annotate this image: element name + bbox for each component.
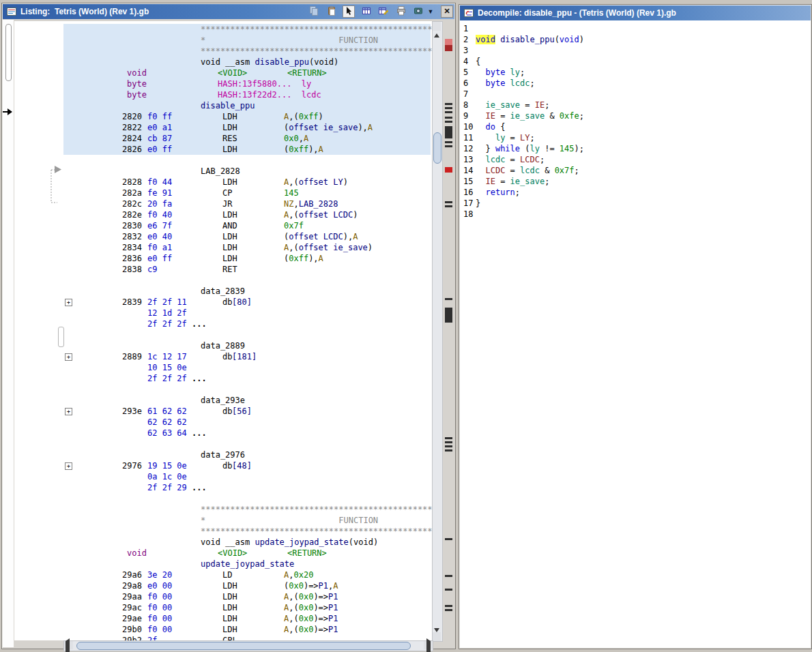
listing-row[interactable] [63, 155, 431, 166]
overview-marker[interactable] [445, 141, 452, 143]
listing-row[interactable]: 10 15 0e [63, 362, 431, 373]
overview-marker[interactable] [445, 437, 452, 439]
decompile-line[interactable]: 18 [461, 209, 811, 220]
listing-row[interactable]: 2824cb 87RES0x0,A [63, 133, 431, 144]
listing-hscrollbar[interactable] [63, 640, 433, 651]
listing-row[interactable] [63, 329, 431, 340]
listing-row[interactable]: 62 63 64 ... [63, 428, 431, 439]
close-icon[interactable]: ✕ [441, 5, 453, 18]
overview-marker[interactable] [445, 605, 452, 607]
overview-marker[interactable] [445, 589, 452, 591]
listing-row[interactable]: 2f 2f 29 ... [63, 482, 431, 493]
listing-row[interactable]: 29a63e 20LDA,0x20 [63, 569, 431, 580]
overview-marker[interactable] [445, 45, 452, 51]
decompile-line[interactable]: 5 byte ly; [461, 67, 811, 78]
overview-marker[interactable] [445, 449, 452, 451]
listing-row[interactable]: 29b22fCPL [63, 635, 431, 640]
expand-toggle[interactable]: + [65, 408, 72, 415]
listing-row[interactable]: void __asm update_joypad_state(void) [63, 537, 431, 548]
decompile-line[interactable]: 7 [461, 89, 811, 100]
overview-marker[interactable] [445, 103, 452, 105]
listing-row[interactable]: data_2976 [63, 449, 431, 460]
decompile-line[interactable]: 9 IE = ie_save & 0xfe; [461, 110, 811, 121]
listing-row[interactable]: 282ef0 40LDHA,(offset LCDC) [63, 209, 431, 220]
overview-marker[interactable] [445, 308, 452, 323]
listing-row[interactable] [63, 384, 431, 395]
listing-titlebar[interactable]: Listing: Tetris (World) (Rev 1).gb [3, 4, 454, 19]
listing-row[interactable]: ****************************************… [63, 46, 431, 57]
copy-icon[interactable] [308, 5, 320, 18]
listing-row[interactable]: 2828f0 44LDHA,(offset LY) [63, 177, 431, 188]
expand-toggle[interactable]: + [65, 462, 72, 470]
decompile-line[interactable]: 15 IE = ie_save; [461, 176, 811, 187]
listing-row[interactable]: 2832e0 40LDH(offset LCDC),A [63, 231, 431, 242]
listing-row[interactable]: 0a 1c 0e [63, 471, 431, 482]
listing-row[interactable]: data_2889 [63, 340, 431, 351]
overview-marker[interactable] [445, 609, 452, 611]
mini-scrollbar[interactable] [5, 24, 12, 81]
overview-marker[interactable] [445, 117, 452, 119]
listing-row[interactable]: 29aaf0 00LDHA,(0x0)=>P1 [63, 591, 431, 602]
listing-row[interactable]: byteHASH:13f22d2... lcdc [63, 89, 431, 100]
listing-row[interactable]: 2830e6 7fAND0x7f [63, 220, 431, 231]
listing-row[interactable]: 2f 2f 2f ... [63, 318, 431, 329]
listing-row[interactable]: 2820f0 ffLDHA,(0xff) [63, 111, 431, 122]
listing-row[interactable]: * FUNCTION [63, 35, 431, 46]
listing-vscrollbar[interactable] [432, 21, 443, 642]
listing-row[interactable]: disable_ppu [63, 100, 431, 111]
expand-toggle[interactable]: + [65, 299, 72, 306]
overview-marker[interactable] [445, 107, 452, 109]
listing-row[interactable]: +28891c 12 17db[181] [63, 351, 431, 362]
listing-row[interactable]: 2834f0 a1LDHA,(offset ie_save) [63, 242, 431, 253]
overview-marker[interactable] [445, 126, 452, 138]
decompile-line[interactable]: 12 } while (ly != 145); [461, 143, 811, 154]
edit-table-icon[interactable] [377, 5, 390, 18]
listing-row[interactable]: * FUNCTION [63, 515, 431, 526]
decompile-line[interactable]: 2void disable_ppu(void) [461, 34, 811, 45]
listing-row[interactable]: 282afe 91CP145 [63, 188, 431, 198]
scroll-left-button[interactable] [64, 641, 73, 649]
listing-row[interactable]: 29acf0 00LDHA,(0x0)=>P1 [63, 602, 431, 613]
listing-row[interactable]: void<VOID><RETURN> [63, 548, 431, 559]
listing-row[interactable]: 282c20 faJRNZ,LAB_2828 [63, 198, 431, 209]
listing-row[interactable]: 2836e0 ffLDH(0xff),A [63, 253, 431, 264]
decompile-line[interactable]: 1 [461, 23, 811, 34]
paste-icon[interactable] [325, 5, 338, 18]
listing-row[interactable]: 2f 2f 2f ... [63, 373, 431, 384]
expand-toggle[interactable]: + [65, 353, 72, 361]
decompile-line[interactable]: 16 return; [461, 187, 811, 198]
decompile-line[interactable]: 10 do { [461, 121, 811, 132]
decompile-titlebar[interactable]: Decompile: disable_ppu - (Tetris (World)… [460, 5, 811, 20]
overview-marker[interactable] [445, 445, 452, 447]
listing-row[interactable]: 2838c9RET [63, 264, 431, 275]
decompile-line[interactable]: 13 lcdc = LCDC; [461, 154, 811, 165]
listing-row[interactable]: 2826e0 ffLDH(0xff),A [63, 144, 431, 155]
decompile-line[interactable]: 14 LCDC = lcdc & 0x7f; [461, 165, 811, 176]
vscroll-thumb[interactable] [433, 132, 441, 164]
print-icon[interactable] [395, 5, 407, 18]
listing-row[interactable] [63, 493, 431, 504]
listing-row[interactable]: +297619 15 0edb[48] [63, 460, 431, 471]
overview-marker[interactable] [445, 298, 452, 300]
hscroll-thumb[interactable] [76, 642, 411, 650]
listing-row[interactable]: void<VOID><RETURN> [63, 68, 431, 78]
listing-row[interactable]: 2822e0 a1LDH(offset ie_save),A [63, 122, 431, 133]
scroll-up-button[interactable] [433, 22, 441, 31]
data-table-icon[interactable] [360, 5, 373, 18]
snapshot-icon[interactable] [412, 5, 424, 18]
overview-marker[interactable] [445, 205, 452, 207]
listing-row[interactable]: ****************************************… [63, 504, 431, 515]
listing-row[interactable]: ****************************************… [63, 24, 431, 35]
listing-row[interactable]: +293e61 62 62db[56] [63, 406, 431, 417]
listing-row[interactable]: 12 1d 2f [63, 308, 431, 318]
scroll-right-button[interactable] [424, 641, 433, 649]
overview-marker[interactable] [445, 111, 452, 113]
decompile-line[interactable]: 4{ [461, 56, 811, 67]
decompile-line[interactable]: 8 ie_save = IE; [461, 100, 811, 110]
scroll-down-button[interactable] [433, 632, 441, 641]
listing-row[interactable]: ****************************************… [63, 526, 431, 537]
decompile-line[interactable]: 11 ly = LY; [461, 132, 811, 143]
overview-marker[interactable] [445, 121, 452, 123]
listing-row[interactable]: update_joypad_state [63, 559, 431, 569]
listing-row[interactable]: byteHASH:13f5880... ly [63, 78, 431, 89]
